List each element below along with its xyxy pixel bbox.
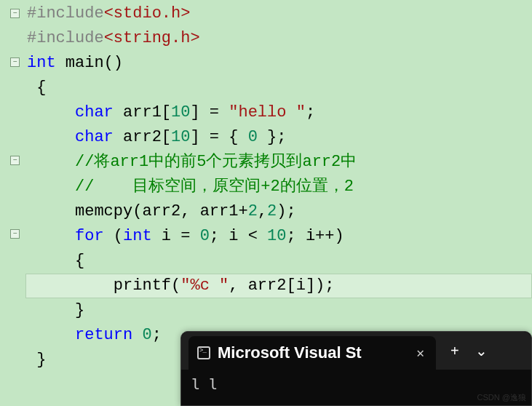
keyword: for: [75, 227, 104, 245]
preprocessor: #include: [27, 29, 104, 47]
fold-toggle[interactable]: −: [10, 57, 20, 67]
terminal-icon: [197, 346, 210, 359]
arg: arr2: [142, 202, 180, 220]
number: 0: [248, 128, 258, 146]
keyword: int: [123, 227, 152, 245]
header: <string.h>: [104, 29, 200, 47]
func-name: main: [65, 54, 104, 72]
string: "hello ": [229, 103, 306, 122]
var: arr1: [123, 103, 162, 122]
var: i: [306, 227, 315, 245]
number: 0: [200, 227, 210, 245]
fold-gutter: − − − −: [0, 0, 25, 406]
string: "%c ": [180, 276, 229, 295]
code-line: memcpy(arr2, arr1+2,2);: [25, 199, 532, 224]
var: arr2: [248, 276, 287, 295]
terminal-actions: + ⌄: [436, 332, 502, 370]
number: 10: [267, 227, 286, 245]
code-line: {: [25, 76, 532, 100]
comment: // 目标空间，原空间+2的位置，2: [75, 178, 354, 196]
number: 2: [248, 202, 258, 220]
number: 2: [267, 202, 277, 220]
keyword: char: [75, 128, 114, 146]
close-icon[interactable]: ✕: [413, 345, 427, 361]
code-line: for (int i = 0; i < 10; i++): [25, 224, 532, 249]
brace: }: [75, 301, 84, 319]
code-line: {: [25, 249, 532, 274]
terminal-tab[interactable]: Microsoft Visual St ✕: [188, 336, 436, 370]
var: arr2: [123, 128, 162, 146]
code-line: #include<string.h>: [25, 26, 532, 51]
number: 0: [142, 326, 151, 344]
code-line: #include<stdio.h>: [25, 1, 532, 26]
keyword: return: [75, 326, 132, 344]
number: 10: [171, 128, 190, 146]
code-line: //将arr1中的前5个元素拷贝到arr2中: [25, 150, 532, 175]
code-line: int main(): [25, 51, 532, 76]
number: 10: [171, 103, 190, 122]
keyword: int: [27, 54, 56, 72]
arg: arr1: [200, 202, 239, 220]
fold-toggle[interactable]: −: [10, 156, 20, 165]
var: i: [229, 227, 238, 245]
fold-toggle[interactable]: −: [10, 229, 20, 239]
code-line: // 目标空间，原空间+2的位置，2: [25, 175, 532, 199]
fold-toggle[interactable]: −: [10, 9, 20, 18]
brace: {: [36, 79, 46, 97]
code-line: char arr2[10] = { 0 };: [25, 125, 532, 150]
var: i: [152, 227, 171, 245]
comment: //将arr1中的前5个元素拷贝到arr2中: [75, 153, 357, 171]
header: <stdio.h>: [104, 4, 191, 23]
func-call: printf: [114, 276, 171, 295]
brace: }: [36, 351, 46, 369]
keyword: char: [75, 103, 114, 122]
terminal-title: Microsoft Visual St: [218, 343, 406, 362]
watermark: CSDN @逸狼: [477, 392, 526, 403]
parens: (): [104, 54, 123, 72]
dropdown-button[interactable]: ⌄: [468, 339, 495, 362]
preprocessor: #include: [27, 4, 104, 23]
new-tab-button[interactable]: +: [443, 340, 467, 362]
code-line: char arr1[10] = "hello ";: [25, 100, 532, 125]
code-line-current: printf("%c ", arr2[i]);: [25, 274, 532, 298]
terminal-titlebar[interactable]: Microsoft Visual St ✕ + ⌄: [181, 332, 531, 370]
var: i: [296, 276, 306, 295]
brace: {: [75, 252, 84, 270]
code-line: }: [25, 298, 532, 323]
func-call: memcpy: [75, 202, 132, 220]
